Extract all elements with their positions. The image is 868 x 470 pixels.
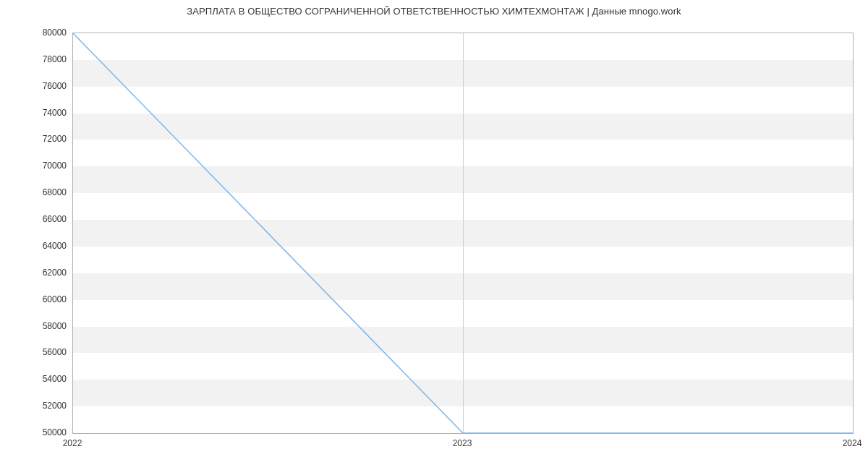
plot-area (72, 33, 854, 434)
chart-title: ЗАРПЛАТА В ОБЩЕСТВО СОГРАНИЧЕННОЙ ОТВЕТС… (0, 6, 868, 17)
y-tick-label: 50000 (9, 427, 67, 437)
y-tick-label: 56000 (9, 347, 67, 357)
y-tick-label: 78000 (9, 54, 67, 64)
y-tick-label: 76000 (9, 81, 67, 91)
y-tick-label: 66000 (9, 214, 67, 224)
x-tick-label: 2022 (63, 438, 82, 448)
y-tick-label: 62000 (9, 268, 67, 278)
y-tick-label: 74000 (9, 108, 67, 118)
y-tick-label: 54000 (9, 374, 67, 384)
line-layer (73, 33, 853, 433)
salary-chart: ЗАРПЛАТА В ОБЩЕСТВО СОГРАНИЧЕННОЙ ОТВЕТС… (0, 0, 868, 470)
y-tick-label: 72000 (9, 134, 67, 144)
y-tick-label: 68000 (9, 187, 67, 197)
y-tick-label: 70000 (9, 161, 67, 171)
y-tick-label: 52000 (9, 401, 67, 411)
y-tick-label: 60000 (9, 294, 67, 304)
x-tick-label: 2024 (843, 438, 862, 448)
series-line (73, 33, 853, 433)
y-tick-label: 58000 (9, 321, 67, 331)
y-tick-label: 64000 (9, 241, 67, 251)
x-tick-label: 2023 (453, 438, 472, 448)
y-tick-label: 80000 (9, 27, 67, 38)
